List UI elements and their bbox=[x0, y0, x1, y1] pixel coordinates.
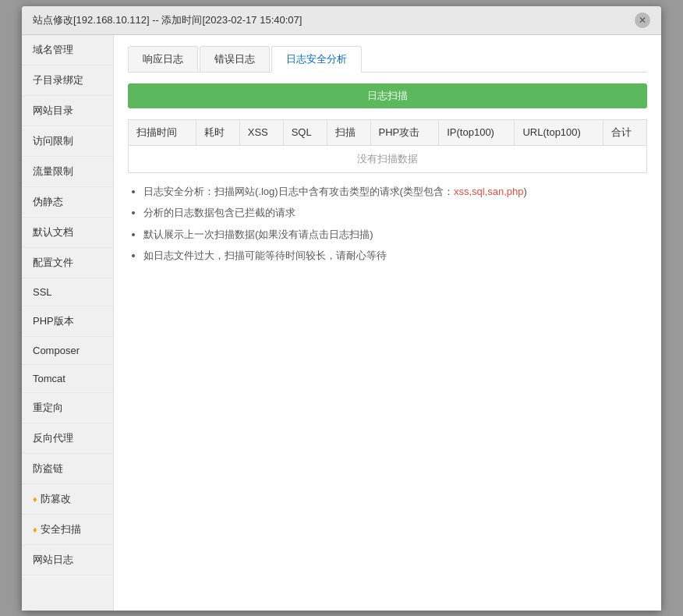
table-header-cell: 扫描时间 bbox=[129, 119, 196, 145]
info-item-3: 如日志文件过大，扫描可能等待时间较长，请耐心等待 bbox=[143, 248, 647, 264]
sidebar-item-label: 流量限制 bbox=[33, 165, 73, 179]
sidebar-item-composer[interactable]: Composer bbox=[22, 337, 113, 365]
tab-error[interactable]: 错误日志 bbox=[200, 46, 270, 72]
sidebar-item-log[interactable]: 网站日志 bbox=[22, 545, 113, 575]
sidebar-item-config[interactable]: 配置文件 bbox=[22, 248, 113, 278]
scan-table: 扫描时间耗时XSSSQL扫描PHP攻击IP(top100)URL(top100)… bbox=[128, 119, 647, 173]
info-list: 日志安全分析：扫描网站(.log)日志中含有攻击类型的请求(类型包含：xss,s… bbox=[128, 184, 647, 270]
gem-icon: ♦ bbox=[33, 525, 37, 534]
log-scan-button[interactable]: 日志扫描 bbox=[128, 83, 647, 108]
sidebar-item-traffic[interactable]: 流量限制 bbox=[22, 157, 113, 187]
table-header-cell: 扫描 bbox=[327, 119, 370, 145]
no-data-row: 没有扫描数据 bbox=[129, 145, 647, 172]
sidebar-item-ssl[interactable]: SSL bbox=[22, 278, 113, 306]
sidebar-item-hotlink[interactable]: 防盗链 bbox=[22, 454, 113, 484]
sidebar-item-label: 域名管理 bbox=[33, 43, 73, 57]
sidebar: 域名管理子目录绑定网站目录访问限制流量限制伪静态默认文档配置文件SSLPHP版本… bbox=[22, 35, 114, 611]
modal-window: 站点修改[192.168.10.112] -- 添加时间[2023-02-17 … bbox=[22, 6, 661, 611]
sidebar-item-redirect[interactable]: 重定向 bbox=[22, 393, 113, 423]
tab-response[interactable]: 响应日志 bbox=[128, 46, 198, 72]
gem-icon: ♦ bbox=[33, 494, 37, 504]
close-icon: ✕ bbox=[639, 15, 646, 26]
sidebar-item-subdir[interactable]: 子目录绑定 bbox=[22, 65, 113, 96]
sidebar-item-label: 访问限制 bbox=[33, 134, 73, 148]
sidebar-item-access[interactable]: 访问限制 bbox=[22, 126, 113, 157]
table-header-cell: PHP攻击 bbox=[370, 119, 439, 145]
sidebar-item-static[interactable]: 伪静态 bbox=[22, 187, 113, 218]
sidebar-item-tamper[interactable]: ♦防篡改 bbox=[22, 484, 113, 515]
sidebar-item-proxy[interactable]: 反向代理 bbox=[22, 423, 113, 454]
sidebar-item-label: 防盗链 bbox=[33, 462, 63, 476]
table-header-cell: URL(top100) bbox=[515, 119, 603, 145]
tab-bar: 响应日志错误日志日志安全分析 bbox=[128, 46, 647, 73]
sidebar-item-label: 防篡改 bbox=[41, 492, 71, 506]
sidebar-item-label: Tomcat bbox=[33, 373, 65, 384]
sidebar-item-domain[interactable]: 域名管理 bbox=[22, 35, 113, 65]
sidebar-item-label: 网站日志 bbox=[33, 553, 73, 567]
sidebar-item-label: SSL bbox=[33, 286, 52, 298]
close-button[interactable]: ✕ bbox=[635, 12, 650, 28]
sidebar-item-label: Composer bbox=[33, 345, 80, 356]
sidebar-item-label: PHP版本 bbox=[33, 314, 74, 328]
table-header-cell: 耗时 bbox=[196, 119, 239, 145]
table-head: 扫描时间耗时XSSSQL扫描PHP攻击IP(top100)URL(top100)… bbox=[129, 119, 647, 145]
sidebar-item-label: 安全扫描 bbox=[41, 522, 81, 536]
modal-title: 站点修改[192.168.10.112] -- 添加时间[2023-02-17 … bbox=[33, 13, 302, 27]
sidebar-item-tomcat[interactable]: Tomcat bbox=[22, 365, 113, 393]
info-item-2: 默认展示上一次扫描数据(如果没有请点击日志扫描) bbox=[143, 227, 647, 243]
sidebar-item-label: 伪静态 bbox=[33, 195, 63, 209]
modal-header: 站点修改[192.168.10.112] -- 添加时间[2023-02-17 … bbox=[22, 6, 661, 35]
sidebar-item-label: 网站目录 bbox=[33, 104, 73, 118]
sidebar-item-label: 配置文件 bbox=[33, 256, 73, 270]
sidebar-item-php[interactable]: PHP版本 bbox=[22, 306, 113, 337]
no-data-cell: 没有扫描数据 bbox=[129, 145, 647, 172]
sidebar-item-label: 反向代理 bbox=[33, 431, 73, 445]
table-header-cell: 合计 bbox=[603, 119, 647, 145]
table-header-row: 扫描时间耗时XSSSQL扫描PHP攻击IP(top100)URL(top100)… bbox=[129, 119, 647, 145]
info-item-0: 日志安全分析：扫描网站(.log)日志中含有攻击类型的请求(类型包含：xss,s… bbox=[143, 184, 647, 200]
sidebar-item-label: 默认文档 bbox=[33, 225, 73, 239]
sidebar-item-webroot[interactable]: 网站目录 bbox=[22, 96, 113, 126]
table-header-cell: SQL bbox=[283, 119, 327, 145]
sidebar-item-defaultdoc[interactable]: 默认文档 bbox=[22, 218, 113, 248]
tab-security[interactable]: 日志安全分析 bbox=[271, 46, 362, 73]
table-body: 没有扫描数据 bbox=[129, 145, 647, 172]
table-header-cell: XSS bbox=[239, 119, 283, 145]
highlight-text: xss,sql,san,php bbox=[454, 186, 524, 197]
modal-body: 域名管理子目录绑定网站目录访问限制流量限制伪静态默认文档配置文件SSLPHP版本… bbox=[22, 35, 661, 611]
sidebar-item-label: 子目录绑定 bbox=[33, 73, 83, 87]
main-content: 响应日志错误日志日志安全分析 日志扫描 扫描时间耗时XSSSQL扫描PHP攻击I… bbox=[114, 35, 661, 611]
sidebar-item-label: 重定向 bbox=[33, 401, 63, 415]
info-item-1: 分析的日志数据包含已拦截的请求 bbox=[143, 205, 647, 221]
table-header-cell: IP(top100) bbox=[439, 119, 515, 145]
sidebar-item-security[interactable]: ♦安全扫描 bbox=[22, 515, 113, 545]
